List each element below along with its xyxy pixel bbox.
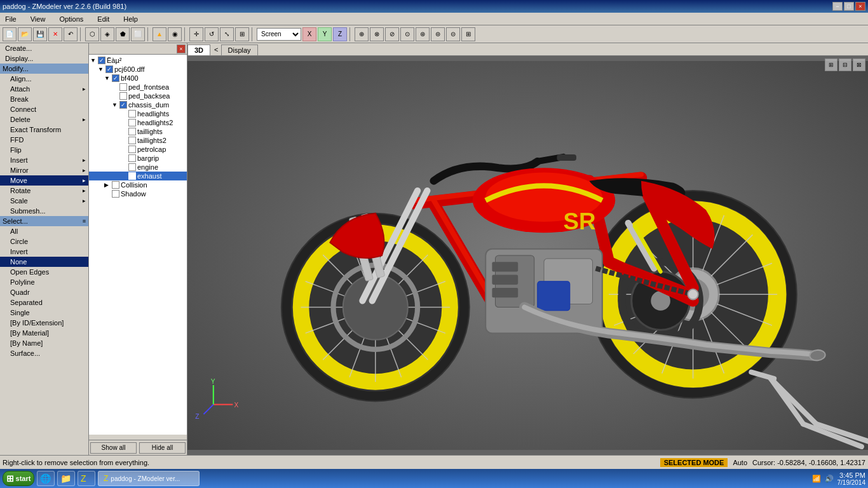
toolbar-save[interactable]: 💾 [33, 27, 47, 41]
toolbar-new[interactable]: 📄 [3, 27, 17, 41]
left-panel-scroll[interactable]: Create... Display... Modify... Align... … [0, 43, 88, 455]
toolbar-scale[interactable]: ⤡ [220, 27, 234, 41]
taskbar-explorer[interactable]: 📁 [57, 471, 75, 486]
tree-checkbox-bf400[interactable]: ✓ [112, 74, 119, 82]
vp-zoom-out[interactable]: ⊟ [839, 58, 851, 71]
tree-checkbox-petrolcap[interactable] [128, 146, 136, 153]
hide-all-button[interactable]: Hide all [139, 442, 186, 454]
vp-maximize[interactable]: ⊠ [853, 58, 865, 71]
tree-item-root[interactable]: ▼ ✓ Ёàµ² [89, 56, 187, 65]
left-polyline[interactable]: Polyline [0, 277, 88, 287]
axis-x-btn[interactable]: X [302, 27, 316, 41]
tree-item-bf400[interactable]: ▼ ✓ bf400 [89, 74, 187, 83]
tree-item-chassis[interactable]: ▼ ✓ chassis_dum [89, 100, 187, 109]
tree-item-collision[interactable]: ▶ Collision [89, 180, 187, 189]
left-ffd[interactable]: FFD [0, 135, 88, 145]
menu-view[interactable]: View [27, 14, 50, 24]
tree-item-ped-frontsea[interactable]: ped_frontsea [89, 83, 187, 92]
tree-item-headlights2[interactable]: headlights2 [89, 118, 187, 127]
close-button[interactable]: × [855, 2, 865, 11]
left-by-id[interactable]: [By ID/Extension] [0, 318, 88, 328]
toolbar-snap7[interactable]: ⊝ [446, 27, 460, 41]
toolbar-mode1[interactable]: ⬡ [85, 27, 99, 41]
tree-item-ped-backsea[interactable]: ped_backsea [89, 92, 187, 100]
left-circle[interactable]: Circle [0, 236, 88, 247]
left-by-name[interactable]: [By Name] [0, 338, 88, 348]
toolbar-snap1[interactable]: ⊕ [355, 27, 369, 41]
start-button[interactable]: ⊞ start [3, 471, 34, 486]
left-surface[interactable]: Surface... [0, 348, 88, 358]
tree-item-engine[interactable]: engine [89, 163, 187, 172]
tree-item-pcj600[interactable]: ▼ ✓ pcj600.dff [89, 65, 187, 74]
tree-checkbox-shadow[interactable] [112, 190, 119, 198]
menu-help[interactable]: Help [119, 14, 142, 24]
toolbar-snap8[interactable]: ⊞ [461, 27, 475, 41]
tree-checkbox-exhaust[interactable] [128, 172, 136, 180]
tree-checkbox-bargrip[interactable] [128, 154, 136, 162]
left-insert[interactable]: Insert▸ [0, 155, 88, 165]
tab-3d[interactable]: 3D [187, 44, 210, 55]
taskbar-window-zmodeler[interactable]: Z paddog - ZModeler ver... [98, 471, 200, 486]
tree-checkbox-pcj600[interactable]: ✓ [105, 65, 113, 73]
tree-expand-root[interactable]: ▼ [90, 57, 98, 64]
taskbar-ie[interactable]: 🌐 [37, 471, 55, 486]
left-flip[interactable]: Flip [0, 145, 88, 155]
tree-expand-bf400[interactable]: ▼ [104, 75, 112, 81]
toolbar-snap6[interactable]: ⊜ [431, 27, 445, 41]
tree-item-exhaust[interactable]: exhaust [89, 172, 187, 180]
left-exact-transform[interactable]: Exact Transform [0, 125, 88, 135]
tree-checkbox-taillights2[interactable] [128, 137, 136, 144]
left-attach[interactable]: Attach▸ [0, 84, 88, 94]
left-submesh[interactable]: Submesh... [0, 206, 88, 216]
toolbar-snap3[interactable]: ⊘ [385, 27, 399, 41]
left-all[interactable]: All [0, 226, 88, 236]
tree-checkbox-ped-backsea[interactable] [119, 92, 127, 100]
menu-edit[interactable]: Edit [93, 14, 113, 24]
tree-expand-collision[interactable]: ▶ [104, 182, 112, 188]
left-break[interactable]: Break [0, 94, 88, 104]
tree-expand-ped-backsea[interactable] [112, 93, 119, 99]
toolbar-move[interactable]: ✛ [189, 27, 203, 41]
toolbar-snap4[interactable]: ⊙ [400, 27, 414, 41]
left-modify-header[interactable]: Modify... [0, 64, 88, 74]
tree-expand-pcj600[interactable]: ▼ [98, 66, 105, 72]
toolbar-mode4[interactable]: ⬜ [131, 27, 145, 41]
toolbar-open[interactable]: 📂 [18, 27, 32, 41]
tab-display[interactable]: Display [221, 44, 258, 55]
tree-expand-ped-frontsea[interactable] [112, 84, 119, 90]
tree-item-shadow[interactable]: Shadow [89, 189, 187, 198]
left-rotate[interactable]: Rotate▸ [0, 186, 88, 196]
left-connect[interactable]: Connect [0, 104, 88, 114]
toolbar-snap5[interactable]: ⊛ [416, 27, 430, 41]
left-none[interactable]: None [0, 257, 88, 267]
axis-z-btn[interactable]: Z [333, 27, 347, 41]
left-create[interactable]: Create... [0, 43, 88, 53]
show-all-button[interactable]: Show all [90, 442, 137, 454]
toolbar-transform[interactable]: ⊞ [235, 27, 249, 41]
left-by-material[interactable]: [By Material] [0, 328, 88, 338]
left-mirror[interactable]: Mirror▸ [0, 165, 88, 175]
taskbar-zmodeler[interactable]: Z [78, 471, 95, 486]
3d-canvas[interactable]: SR X Y [187, 56, 868, 455]
toolbar-undo[interactable]: ↶ [64, 27, 78, 41]
left-open-edges[interactable]: Open Edges [0, 267, 88, 277]
tree-expand-chassis[interactable]: ▼ [112, 102, 119, 108]
minimize-button[interactable]: − [832, 2, 843, 11]
tree-item-headlights[interactable]: headlights [89, 109, 187, 118]
toolbar-render[interactable]: ▲ [153, 27, 166, 41]
tree-item-petrolcap[interactable]: petrolcap [89, 145, 187, 154]
tree-checkbox-root[interactable]: ✓ [98, 57, 105, 64]
screen-dropdown[interactable]: Screen World Local [257, 28, 301, 41]
left-quadr[interactable]: Quadr [0, 287, 88, 297]
left-invert[interactable]: Invert [0, 247, 88, 257]
menu-options[interactable]: Options [55, 14, 87, 24]
left-move[interactable]: Move▸ [0, 175, 88, 186]
scene-tree[interactable]: ▼ ✓ Ёàµ² ▼ ✓ pcj600.dff ▼ ✓ bf400 ped_fr… [89, 55, 187, 435]
tree-checkbox-engine[interactable] [128, 163, 136, 171]
left-single[interactable]: Single [0, 308, 88, 318]
scene-panel-close-button[interactable]: × [177, 44, 186, 53]
maximize-button[interactable]: □ [844, 2, 854, 11]
axis-y-btn[interactable]: Y [318, 27, 332, 41]
tree-checkbox-chassis[interactable]: ✓ [119, 101, 127, 109]
tree-checkbox-collision[interactable] [112, 181, 119, 189]
